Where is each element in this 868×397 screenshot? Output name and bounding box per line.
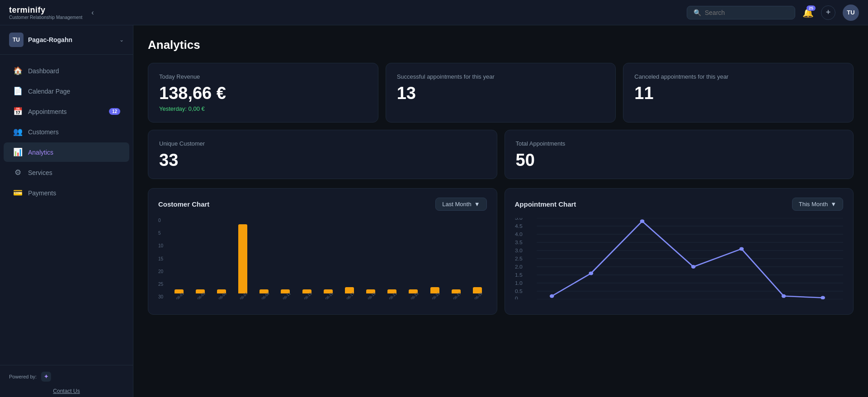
page-title: Analytics: [148, 38, 854, 52]
bar-chart-y-label: 30: [158, 294, 163, 299]
bar-group: 4-06-29: [468, 218, 486, 299]
topnav-left: terminify Customer Relationship Manageme…: [9, 5, 98, 20]
unique-customer-label: Unique Customer: [159, 140, 486, 147]
bar-chart-y-label: 10: [158, 243, 163, 248]
bar-chart-inner: 4-06-014-06-034-06-054-06-074-06-094-06-…: [170, 218, 486, 299]
add-button[interactable]: +: [821, 5, 835, 20]
line-chart-dot: [549, 294, 554, 298]
bar-group: 4-06-03: [191, 218, 209, 299]
bar-group: 4-06-25: [425, 218, 444, 299]
sidebar-item-label: Services: [28, 169, 120, 176]
bar-group: 4-06-27: [447, 218, 465, 299]
topnav-right: 🔍 🔔 25 + TU: [687, 5, 859, 21]
search-box: 🔍: [687, 6, 795, 19]
powered-logo-icon: ✦: [41, 372, 51, 382]
bar-group: 4-06-11: [276, 218, 295, 299]
tenant-avatar: TU: [9, 33, 24, 47]
svg-text:1.0: 1.0: [515, 281, 523, 286]
notifications-button[interactable]: 🔔 25: [802, 7, 814, 18]
stats-row-1: Today Revenue 138,66 € Yesterday: 0,00 €…: [148, 63, 854, 123]
canceled-appointments-label: Canceled appointments for this year: [634, 73, 842, 80]
customer-chart-filter-label: Last Month: [442, 201, 471, 208]
line-chart-dot: [739, 247, 744, 250]
appointment-chart-header: Appointment Chart This Month ▼: [515, 198, 844, 211]
services-icon: ⚙: [13, 168, 23, 177]
svg-text:0.5: 0.5: [515, 289, 523, 294]
svg-text:4.5: 4.5: [515, 224, 523, 229]
bar-group: 4-06-17: [340, 218, 359, 299]
sidebar-item-label: Analytics: [28, 149, 120, 156]
appointment-chart-filter-button[interactable]: This Month ▼: [792, 198, 843, 211]
sidebar-item-analytics[interactable]: 📊 Analytics: [4, 142, 129, 162]
bar-group: 4-06-13: [297, 218, 316, 299]
bar-group: 4-06-15: [319, 218, 337, 299]
user-avatar-button[interactable]: TU: [843, 5, 859, 21]
line-chart-dot: [781, 294, 786, 298]
sidebar-item-customers[interactable]: 👥 Customers: [4, 122, 129, 142]
sidebar-item-dashboard[interactable]: 🏠 Dashboard: [4, 61, 129, 80]
line-chart-svg: 5.0 4.5 4.0 3.5 3.0 2.5 2.0 1.5 1.0 0.5 …: [515, 218, 844, 299]
bar-group: 4-06-09: [255, 218, 274, 299]
bar-chart-y-label: 20: [158, 269, 163, 274]
unique-customer-card: Unique Customer 33: [148, 130, 497, 179]
customer-chart-title: Costomer Chart: [158, 200, 209, 208]
sidebar-footer: Powered by: ✦: [0, 365, 133, 388]
customers-icon: 👥: [13, 127, 23, 137]
bar-group: 4-06-21: [383, 218, 401, 299]
bar-chart-y-label: 0: [158, 218, 163, 223]
successful-appointments-label: Successful appointments for this year: [397, 73, 605, 80]
chevron-down-icon: ⌄: [119, 37, 124, 43]
sidebar-item-label: Calendar Page: [28, 88, 120, 95]
app-subtitle: Customer Relationship Management: [9, 15, 82, 20]
sidebar-item-appointments[interactable]: 📅 Appointments 12: [4, 102, 129, 121]
charts-row: Costomer Chart Last Month ▼ 302520151050…: [148, 188, 854, 315]
appointment-chart-card: Appointment Chart This Month ▼: [505, 188, 854, 315]
bar-group: 4-06-23: [404, 218, 423, 299]
tenant-selector[interactable]: TU Pagac-Rogahn ⌄: [0, 25, 133, 55]
total-appointments-value: 50: [516, 151, 843, 169]
sidebar-item-label: Appointments: [28, 108, 104, 115]
bar-group: 4-06-07: [234, 218, 252, 299]
line-chart-dot: [589, 271, 593, 275]
today-revenue-value: 138,66 €: [159, 85, 367, 102]
notification-badge: 25: [807, 5, 816, 11]
appointments-icon: 📅: [13, 107, 23, 116]
search-icon: 🔍: [693, 9, 701, 16]
collapse-sidebar-button[interactable]: ‹: [88, 7, 97, 19]
app-name: terminify: [9, 5, 82, 15]
sidebar-item-services[interactable]: ⚙ Services: [4, 163, 129, 182]
today-revenue-card: Today Revenue 138,66 € Yesterday: 0,00 €: [148, 63, 378, 123]
main-content: Analytics Today Revenue 138,66 € Yesterd…: [133, 25, 868, 397]
customer-chart-filter-button[interactable]: Last Month ▼: [435, 198, 486, 211]
canceled-appointments-value: 11: [634, 85, 842, 102]
bar-chart-wrapper: 302520151050 4-06-014-06-034-06-054-06-0…: [158, 218, 487, 299]
appointments-badge: 12: [109, 108, 120, 115]
calendar-icon: 📄: [13, 86, 23, 96]
total-appointments-label: Total Appointments: [516, 140, 843, 147]
bar-chart-y-label: 5: [158, 231, 163, 236]
chevron-down-icon: ▼: [830, 201, 836, 208]
customer-chart-header: Costomer Chart Last Month ▼: [158, 198, 487, 211]
search-input[interactable]: [705, 9, 788, 16]
successful-appointments-card: Successful appointments for this year 13: [386, 63, 616, 123]
svg-text:5.0: 5.0: [515, 218, 523, 221]
bar-chart-y-label: 25: [158, 282, 163, 287]
svg-text:4.0: 4.0: [515, 232, 523, 237]
svg-text:3.5: 3.5: [515, 240, 523, 245]
payments-icon: 💳: [13, 188, 23, 198]
line-chart-dots: [549, 219, 825, 299]
svg-text:2.0: 2.0: [515, 265, 523, 269]
sidebar: TU Pagac-Rogahn ⌄ 🏠 Dashboard 📄 Calendar…: [0, 25, 133, 397]
svg-text:2.5: 2.5: [515, 256, 523, 261]
sidebar-item-calendar[interactable]: 📄 Calendar Page: [4, 81, 129, 101]
contact-us-link[interactable]: Contact Us: [0, 388, 133, 397]
successful-appointments-value: 13: [397, 85, 605, 102]
bar-chart-y-labels: 302520151050: [158, 218, 163, 299]
svg-text:3.0: 3.0: [515, 248, 523, 253]
appointment-chart-title: Appointment Chart: [515, 200, 576, 208]
line-chart-dot: [821, 296, 825, 299]
sidebar-item-label: Customers: [28, 128, 120, 136]
sidebar-item-payments[interactable]: 💳 Payments: [4, 183, 129, 203]
yesterday-revenue-value: Yesterday: 0,00 €: [159, 105, 367, 112]
bar: [238, 224, 247, 293]
